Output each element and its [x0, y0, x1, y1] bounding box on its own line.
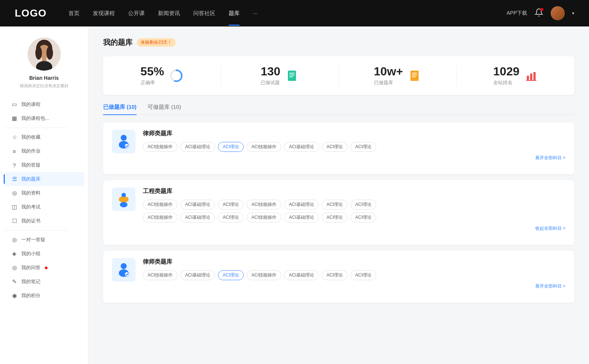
eng-tag-8[interactable]: ACI基础理论: [180, 213, 215, 222]
app-download-button[interactable]: APP下载: [507, 10, 527, 17]
eng-tag-11[interactable]: ACI基础理论: [284, 213, 319, 222]
eng-tag-7[interactable]: ACI技能操作: [143, 213, 177, 222]
tag-0[interactable]: ACI技能操作: [143, 142, 177, 152]
user-avatar[interactable]: [551, 6, 565, 20]
tags-row-lawyer-1: ACI技能操作 ACI基础理论 ACI理论 ACI技能操作 ACI基础理论 AC…: [143, 142, 565, 152]
eng-tag-12[interactable]: ACI理论: [322, 213, 348, 222]
ranking-icon: [525, 69, 538, 82]
svg-rect-19: [533, 72, 536, 80]
accuracy-value: 55%: [141, 65, 164, 78]
collapse-link[interactable]: 收起全部科目 >: [143, 225, 565, 232]
notification-dot: [540, 8, 543, 11]
divider-2: [4, 230, 68, 231]
sidebar-item-my-qa[interactable]: ◎ 我的问答: [4, 261, 84, 275]
svg-rect-11: [289, 75, 294, 75]
nav-open-course[interactable]: 公开课: [128, 10, 145, 17]
law2-tag-6[interactable]: ACI理论: [350, 270, 376, 280]
tag-3[interactable]: ACI技能操作: [247, 142, 281, 152]
eng-tag-13[interactable]: ACI理论: [350, 213, 376, 222]
svg-point-4: [46, 46, 53, 60]
tab-done[interactable]: 已做题库 (10): [103, 104, 137, 114]
nav-discover[interactable]: 发现课程: [93, 10, 115, 17]
svg-rect-9: [288, 71, 296, 81]
sidebar-item-homework[interactable]: ≡ 我的作业: [4, 144, 84, 158]
tutoring-icon: ◎: [11, 236, 18, 243]
eng-tag-10[interactable]: ACI技能操作: [247, 213, 281, 222]
ranking-label: 全站排名: [493, 79, 519, 86]
sidebar-menu: ▭ 我的课程 ▦ 我的课程包... ☆ 我的收藏 ≡ 我的作业 ? 我的答疑 ☰: [0, 97, 88, 303]
tags-row-lawyer-2: ACI技能操作 ACI基础理论 ACI理论 ACI技能操作 ACI基础理论 AC…: [143, 270, 565, 280]
svg-rect-20: [526, 80, 536, 81]
sidebar-item-tutoring[interactable]: ◎ 一对一答疑: [4, 233, 84, 247]
expand-link-2[interactable]: 展开全部科目 >: [143, 283, 565, 289]
sidebar-item-group[interactable]: ◈ 我的小组: [4, 247, 84, 261]
cert-icon: ☐: [11, 218, 18, 224]
nav-links: 首页 发现课程 公开课 新闻资讯 问答社区 题库 ···: [68, 10, 492, 17]
svg-rect-14: [412, 73, 417, 74]
nav-more[interactable]: ···: [253, 10, 258, 17]
law2-tag-3[interactable]: ACI技能操作: [247, 270, 281, 280]
svg-point-31: [125, 272, 129, 276]
eng-tag-9[interactable]: ACI理论: [218, 213, 244, 222]
eng-tag-3[interactable]: ACI技能操作: [247, 200, 281, 210]
page-title: 我的题库: [103, 38, 133, 47]
done-questions-icon: [286, 69, 299, 82]
package-icon: ▦: [11, 115, 18, 122]
svg-rect-6: [42, 57, 46, 61]
eng-tag-0[interactable]: ACI技能操作: [143, 200, 177, 210]
group-icon: ◈: [11, 250, 18, 257]
nav-home[interactable]: 首页: [68, 10, 80, 17]
nav-questionbank[interactable]: 题库: [229, 10, 240, 17]
profile-icon: ◎: [11, 190, 18, 196]
main-content: 我的题库 体验剩余23天！ 55% 正确率 1: [88, 26, 589, 364]
tag-5[interactable]: ACI理论: [322, 142, 348, 152]
sidebar-item-questionbank[interactable]: ☰ 我的题库: [4, 172, 84, 186]
eng-tag-2[interactable]: ACI理论: [218, 200, 244, 210]
user-menu-chevron[interactable]: ▾: [572, 11, 574, 16]
stat-done-questions: 130 已做试题: [221, 65, 339, 86]
bank-card-engineer: 工程类题库 ACI技能操作 ACI基础理论 ACI理论 ACI技能操作 ACI基…: [103, 180, 574, 245]
tag-6[interactable]: ACI理论: [350, 142, 376, 152]
law2-tag-4[interactable]: ACI基础理论: [284, 270, 319, 280]
sidebar-item-profile[interactable]: ◎ 我的资料: [4, 186, 84, 200]
done-banks-value: 10w+: [374, 65, 403, 78]
law2-tag-5[interactable]: ACI理论: [322, 270, 348, 280]
accuracy-label: 正确率: [141, 79, 164, 86]
logo[interactable]: LOGO: [15, 7, 46, 19]
svg-rect-10: [289, 73, 294, 74]
law2-tag-2[interactable]: ACI理论: [218, 270, 244, 280]
sidebar-item-notes[interactable]: ✎ 我的笔记: [4, 275, 84, 289]
tags-row-engineer-1: ACI技能操作 ACI基础理论 ACI理论 ACI技能操作 ACI基础理论 AC…: [143, 200, 565, 210]
bank-card-lawyer-2: 律师类题库 ACI技能操作 ACI基础理论 ACI理论 ACI技能操作 ACI基…: [103, 251, 574, 303]
nav-right: APP下载 ▾: [507, 6, 574, 20]
sidebar-item-my-course[interactable]: ▭ 我的课程: [4, 97, 84, 111]
tag-4[interactable]: ACI基础理论: [284, 142, 319, 152]
nav-news[interactable]: 新闻资讯: [158, 10, 180, 17]
sidebar-item-favorites[interactable]: ☆ 我的收藏: [4, 130, 84, 144]
expand-link-1[interactable]: 展开全部科目 >: [143, 155, 565, 161]
eng-tag-4[interactable]: ACI基础理论: [284, 200, 319, 210]
tab-todo[interactable]: 可做题库 (10): [148, 104, 181, 114]
svg-rect-16: [412, 76, 416, 77]
tag-1[interactable]: ACI基础理论: [180, 142, 215, 152]
eng-tag-6[interactable]: ACI理论: [350, 200, 376, 210]
nav-qa[interactable]: 问答社区: [193, 10, 215, 17]
page-container: Brian Harris 错误的决定比没有决定要好 ▭ 我的课程 ▦ 我的课程包…: [0, 26, 589, 364]
eng-tag-1[interactable]: ACI基础理论: [180, 200, 215, 210]
engineer-icon: [112, 188, 135, 211]
tags-row-engineer-2: ACI技能操作 ACI基础理论 ACI理论 ACI技能操作 ACI基础理论 AC…: [143, 213, 565, 222]
sidebar: Brian Harris 错误的决定比没有决定要好 ▭ 我的课程 ▦ 我的课程包…: [0, 26, 88, 364]
law2-tag-0[interactable]: ACI技能操作: [143, 270, 177, 280]
tag-2[interactable]: ACI理论: [218, 142, 244, 152]
sidebar-item-certificate[interactable]: ☐ 我的证书: [4, 214, 84, 228]
notification-bell[interactable]: [535, 8, 543, 18]
stat-ranking: 1029 全站排名: [457, 65, 574, 86]
done-questions-value: 130: [261, 65, 280, 78]
svg-point-23: [125, 144, 129, 148]
sidebar-item-exam[interactable]: ◫ 我的考试: [4, 200, 84, 214]
eng-tag-5[interactable]: ACI理论: [322, 200, 348, 210]
sidebar-item-course-package[interactable]: ▦ 我的课程包...: [4, 111, 84, 125]
law2-tag-1[interactable]: ACI基础理论: [180, 270, 215, 280]
sidebar-item-points[interactable]: ◉ 我的积分: [4, 289, 84, 303]
sidebar-item-question[interactable]: ? 我的答疑: [4, 158, 84, 172]
